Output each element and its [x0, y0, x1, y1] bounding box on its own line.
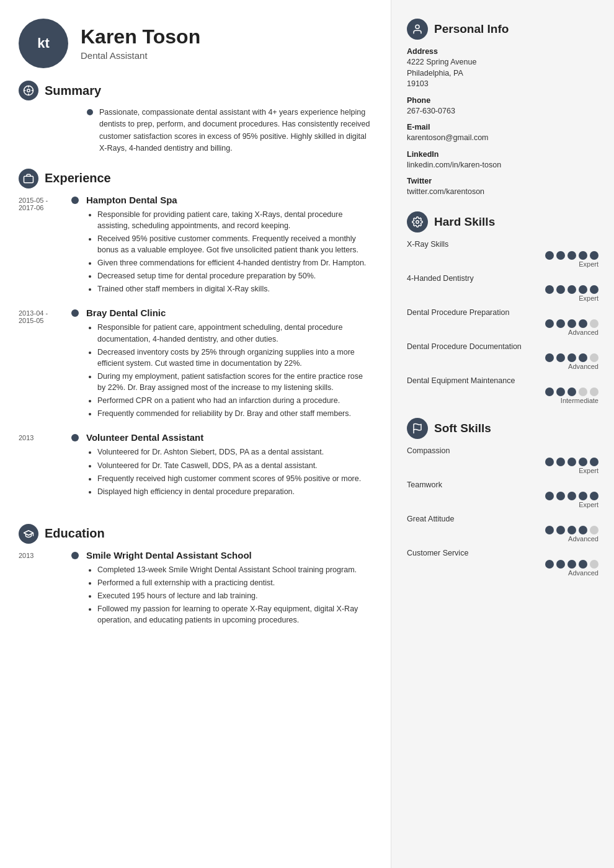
empty-dot: [590, 319, 598, 328]
list-item: Frequently commended for reliability by …: [97, 408, 372, 419]
job-date-3: 2013: [19, 432, 71, 499]
soft-skills-section: Soft Skills CompassionExpertTeamworkExpe…: [407, 418, 598, 577]
list-item: Dental Procedure DocumentationAdvanced: [407, 342, 598, 370]
skill-name: Dental Equipment Maintenance: [407, 376, 598, 385]
list-item: Great AttitudeAdvanced: [407, 515, 598, 542]
list-item: Dental Procedure PreparationAdvanced: [407, 308, 598, 336]
edu-school-1: Smile Wright Dental Assistant School: [86, 550, 372, 560]
filled-dot: [545, 251, 554, 260]
skill-dots: [407, 458, 598, 466]
filled-dot: [579, 251, 587, 260]
table-row: 2013 Volunteer Dental Assistant Voluntee…: [19, 432, 372, 499]
filled-dot: [556, 353, 565, 362]
filled-dot: [556, 388, 565, 396]
list-item: Given three commendations for efficient …: [97, 257, 372, 268]
avatar: kt: [19, 19, 68, 68]
job-date-1: 2015-05 -2017-06: [19, 195, 71, 297]
education-timeline: 2013 Smile Wright Dental Assistant Schoo…: [19, 550, 372, 639]
empty-dot: [590, 526, 598, 534]
table-row: 2015-05 -2017-06 Hampton Dental Spa Resp…: [19, 195, 372, 297]
list-item: Received 95% positive customer comments.…: [97, 233, 372, 255]
list-item: Dental Equipment MaintenanceIntermediate: [407, 376, 598, 404]
skill-name: Teamwork: [407, 480, 598, 489]
skill-level: Advanced: [407, 363, 598, 370]
personal-info-section: Personal Info Address 4222 Spring Avenue…: [407, 19, 598, 198]
twitter-block: Twitter twitter.com/karentoson: [407, 177, 598, 198]
filled-dot: [567, 560, 576, 569]
experience-icon: [19, 169, 38, 188]
list-item: Performed CPR on a patient who had an in…: [97, 395, 372, 406]
summary-icon: [19, 81, 38, 100]
list-item: Completed 13-week Smile Wright Dental As…: [97, 564, 372, 575]
skill-dots: [407, 251, 598, 260]
hard-skills-icon: [407, 211, 428, 232]
filled-dot: [556, 560, 565, 569]
list-item: Performed a full externship with a pract…: [97, 577, 372, 588]
filled-dot: [590, 285, 598, 294]
timeline-dot-line-edu: [71, 550, 79, 628]
filled-dot: [545, 560, 554, 569]
list-item: Decreased inventory costs by 25% through…: [97, 347, 372, 369]
list-item: Frequently received high customer commen…: [97, 473, 372, 484]
filled-dot: [567, 319, 576, 328]
skill-level: Expert: [407, 294, 598, 302]
twitter-value: twitter.com/karentoson: [407, 187, 598, 198]
personal-info-title: Personal Info: [434, 22, 509, 36]
skill-level: Advanced: [407, 569, 598, 577]
job-content-3: Volunteer Dental Assistant Volunteered f…: [86, 432, 372, 499]
empty-dot: [590, 388, 598, 396]
skill-name: Dental Procedure Preparation: [407, 308, 598, 317]
skill-name: Compassion: [407, 446, 598, 455]
linkedin-label: LinkedIn: [407, 150, 598, 159]
job-company-3: Volunteer Dental Assistant: [86, 432, 372, 443]
filled-dot: [567, 285, 576, 294]
resume-header: kt Karen Toson Dental Assistant: [19, 19, 372, 68]
svg-point-7: [416, 25, 419, 29]
job-date-2: 2013-04 -2015-05: [19, 308, 71, 421]
filled-dot: [579, 319, 587, 328]
skill-level: Expert: [407, 467, 598, 474]
filled-dot: [556, 458, 565, 466]
timeline-dot-2: [71, 309, 79, 317]
skill-level: Advanced: [407, 329, 598, 336]
filled-dot: [579, 526, 587, 534]
filled-dot: [545, 388, 554, 396]
filled-dot: [590, 492, 598, 500]
list-item: X-Ray SkillsExpert: [407, 240, 598, 268]
filled-dot: [579, 560, 587, 569]
timeline-dot-line-1: [71, 195, 79, 297]
phone-block: Phone 267-630-0763: [407, 96, 598, 117]
edu-bullets-1: Completed 13-week Smile Wright Dental As…: [86, 564, 372, 626]
linkedin-block: LinkedIn linkedin.com/in/karen-toson: [407, 150, 598, 171]
experience-title: Experience: [45, 171, 111, 185]
twitter-label: Twitter: [407, 177, 598, 185]
empty-dot: [579, 388, 587, 396]
email-block: E-mail karentoson@gmail.com: [407, 123, 598, 144]
filled-dot: [567, 492, 576, 500]
list-item: Displayed high efficiency in dental proc…: [97, 486, 372, 497]
personal-info-header: Personal Info: [407, 19, 598, 40]
filled-dot: [579, 492, 587, 500]
skill-level: Expert: [407, 260, 598, 268]
filled-dot: [556, 526, 565, 534]
email-value: karentoson@gmail.com: [407, 133, 598, 144]
list-item: Followed my passion for learning to oper…: [97, 603, 372, 626]
svg-point-1: [27, 89, 30, 92]
list-item: Executed 195 hours of lecture and lab tr…: [97, 590, 372, 601]
svg-point-8: [416, 220, 419, 223]
soft-skills-header: Soft Skills: [407, 418, 598, 439]
hard-skills-title: Hard Skills: [434, 215, 495, 229]
address-label: Address: [407, 47, 598, 56]
timeline-dot-3: [71, 434, 79, 441]
skill-level: Expert: [407, 501, 598, 508]
list-item: Volunteered for Dr. Ashton Siebert, DDS,…: [97, 446, 372, 458]
filled-dot: [567, 458, 576, 466]
skill-dots: [407, 526, 598, 534]
filled-dot: [567, 388, 576, 396]
edu-content-1: Smile Wright Dental Assistant School Com…: [86, 550, 372, 628]
skill-level: Intermediate: [407, 397, 598, 404]
edu-date-1: 2013: [19, 550, 71, 628]
skill-name: Great Attitude: [407, 515, 598, 523]
skill-name: X-Ray Skills: [407, 240, 598, 249]
list-item: CompassionExpert: [407, 446, 598, 474]
